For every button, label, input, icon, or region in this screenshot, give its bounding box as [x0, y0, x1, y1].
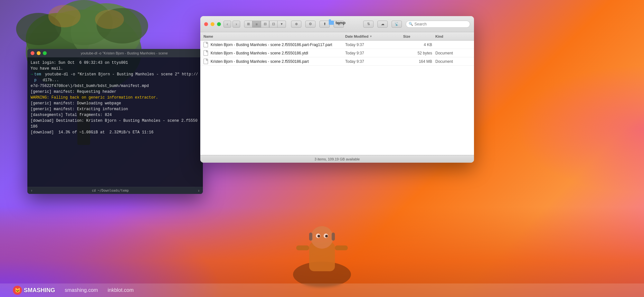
terminal-maximize-button[interactable] — [43, 51, 47, 55]
terminal-command-text: youtube-dl -o "Kristen Bjorn - Busting M… — [43, 72, 200, 83]
terminal-line-8: [generic] manifest: Extracting informati… — [31, 106, 200, 112]
file-icon-generic-3 — [204, 59, 208, 64]
finder-view-list[interactable]: ≡ — [252, 21, 261, 28]
site-link-smashing[interactable]: smashing.com — [65, 287, 98, 293]
terminal-line-9: [dashsegments] Total fragments: 824 — [31, 112, 200, 118]
bg-purple-gradient — [0, 200, 225, 297]
file-size-2: 52 bytes — [403, 51, 435, 55]
finder-share-button[interactable]: ⬆ — [319, 21, 330, 28]
file-icon-3 — [204, 59, 209, 64]
finder-file-row-3[interactable]: Kristen Bjorn - Busting Manholes - scene… — [200, 57, 474, 66]
svg-point-15 — [325, 235, 328, 237]
finder-view-icon[interactable]: ⊞ — [244, 21, 252, 28]
terminal-minimize-button[interactable] — [37, 51, 41, 55]
finder-header-size[interactable]: Size — [403, 34, 435, 38]
terminal-line-4: e7d-75622f4708ce\)/bdst_bumh/bdst_bumh/m… — [31, 83, 200, 89]
finder-sort-arrow: ▼ — [369, 35, 372, 38]
finder-maximize-button[interactable] — [217, 22, 221, 26]
terminal-close-button[interactable] — [31, 51, 34, 55]
finder-minimize-button[interactable] — [211, 22, 214, 26]
terminal-line-5: [generic] manifest: Requesting header — [31, 89, 200, 95]
finder-arrange-button[interactable]: ⊕ — [291, 21, 301, 28]
site-link-inkblot[interactable]: inkblot.com — [108, 287, 134, 293]
finder-header-date[interactable]: Date Modified ▼ — [345, 34, 403, 38]
terminal-status-right: ↕ — [180, 189, 200, 192]
finder-folder-title: temp — [329, 20, 346, 25]
terminal-statusbar: ↑ cd ~/Downloads/temp ↕ — [27, 187, 203, 194]
terminal-body[interactable]: Last login: Sun Oct 6 09:32:43 on ttys00… — [27, 57, 203, 187]
svg-rect-17 — [332, 233, 335, 241]
bg-pink-gradient — [515, 64, 644, 193]
finder-view-buttons: ⊞ ≡ ⊟ ⊡ ▾ — [244, 21, 286, 28]
finder-search-icon: 🔍 — [409, 22, 413, 26]
finder-header-name[interactable]: Name — [204, 34, 345, 38]
finder-view-column[interactable]: ⊟ — [261, 21, 269, 28]
file-icon-1 — [204, 42, 209, 48]
finder-icloud-button[interactable]: ☁ — [377, 21, 388, 28]
finder-forward-button[interactable]: › — [232, 21, 240, 28]
finder-nav-buttons: ‹ › — [223, 21, 240, 28]
svg-rect-19 — [335, 245, 348, 250]
svg-point-8 — [95, 10, 124, 29]
finder-header-kind[interactable]: Kind — [435, 34, 471, 38]
finder-close-button[interactable] — [204, 22, 208, 26]
finder-sort-button[interactable]: ⇅ — [363, 21, 374, 28]
finder-file-row-2[interactable]: Kristen Bjorn - Busting Manholes - scene… — [200, 49, 474, 57]
smashing-cat-icon: 🐱 — [13, 286, 22, 295]
finder-window: ‹ › ⊞ ≡ ⊟ ⊡ ▾ ⊕ ⚙ ⬆ ⊘ temp ⇅ ☁ 📡 🔍 — [200, 16, 474, 163]
file-name-1: Kristen Bjorn - Busting Manholes - scene… — [211, 43, 345, 47]
finder-titlebar: ‹ › ⊞ ≡ ⊟ ⊡ ▾ ⊕ ⚙ ⬆ ⊘ temp ⇅ ☁ 📡 🔍 — [200, 16, 474, 32]
folder-icon — [329, 21, 334, 25]
terminal-line-1: Last login: Sun Oct 6 09:32:43 on ttys00… — [31, 60, 200, 66]
terminal-line-warning: WARNING: Falling back on generic informa… — [31, 95, 200, 101]
prompt-dir: temp — [34, 72, 43, 83]
finder-title-text: temp — [336, 20, 346, 25]
terminal-line-command: → temp youtube-dl -o "Kristen Bjorn - Bu… — [31, 72, 200, 83]
file-kind-3: Document — [435, 59, 471, 64]
file-name-2: Kristen Bjorn - Busting Manholes - scene… — [211, 51, 345, 55]
terminal-status-left: ↑ — [31, 189, 40, 192]
terminal-line-10: [download] Destination: Kristen Bjorn - … — [31, 118, 200, 129]
finder-airdrop-button[interactable]: 📡 — [392, 21, 402, 28]
desktop-character — [277, 216, 367, 287]
svg-point-7 — [48, 5, 80, 27]
terminal-titlebar: youtube-dl -o "Kristen Bjorn - Busting M… — [27, 49, 203, 57]
terminal-title: youtube-dl -o "Kristen Bjorn - Busting M… — [49, 51, 200, 55]
file-date-2: Today 9:37 — [345, 51, 403, 55]
finder-search-box[interactable]: 🔍 — [406, 21, 470, 28]
svg-point-14 — [317, 235, 320, 237]
file-size-1: 4 KB — [403, 43, 435, 47]
smashing-logo: 🐱 SMASHING — [13, 286, 55, 295]
terminal-line-7: [generic] manifest: Downloading webpage — [31, 101, 200, 106]
smashing-label: SMASHING — [24, 287, 55, 294]
finder-statusbar: 3 items, 109.19 GB available — [200, 155, 474, 163]
finder-column-headers: Name Date Modified ▼ Size Kind — [200, 32, 474, 41]
finder-action-button[interactable]: ⚙ — [305, 21, 316, 28]
terminal-status-center: cd ~/Downloads/temp — [40, 189, 180, 192]
svg-point-11 — [311, 226, 333, 249]
bottom-bar: 🐱 SMASHING smashing.com inkblot.com — [0, 283, 644, 297]
finder-back-button[interactable]: ‹ — [223, 21, 231, 28]
file-icon-generic-1 — [204, 42, 208, 47]
file-icon-ytdl-2 — [204, 50, 208, 56]
svg-rect-16 — [309, 233, 312, 241]
finder-search-input[interactable] — [414, 22, 467, 26]
file-date-1: Today 9:37 — [345, 43, 403, 47]
finder-status-text: 3 items, 109.19 GB available — [315, 157, 360, 161]
prompt-arrow: → — [31, 72, 33, 83]
terminal-window: youtube-dl -o "Kristen Bjorn - Busting M… — [27, 49, 203, 194]
finder-file-list: Kristen Bjorn - Busting Manholes - scene… — [200, 41, 474, 155]
terminal-line-2: You have mail. — [31, 66, 200, 72]
file-kind-2: Document — [435, 51, 471, 55]
file-size-3: 164 MB — [403, 59, 435, 64]
finder-file-row-1[interactable]: Kristen Bjorn - Busting Manholes - scene… — [200, 41, 474, 49]
file-date-3: Today 9:37 — [345, 59, 403, 64]
svg-rect-18 — [296, 245, 309, 250]
file-name-3: Kristen Bjorn - Busting Manholes - scene… — [211, 59, 345, 64]
finder-view-cover[interactable]: ⊡ — [269, 21, 278, 28]
terminal-line-11: [download] 14.3% of ~1.08GiB at 2.32MiB/… — [31, 129, 200, 135]
file-icon-2 — [204, 50, 209, 56]
finder-view-group-dropdown[interactable]: ▾ — [278, 21, 286, 28]
